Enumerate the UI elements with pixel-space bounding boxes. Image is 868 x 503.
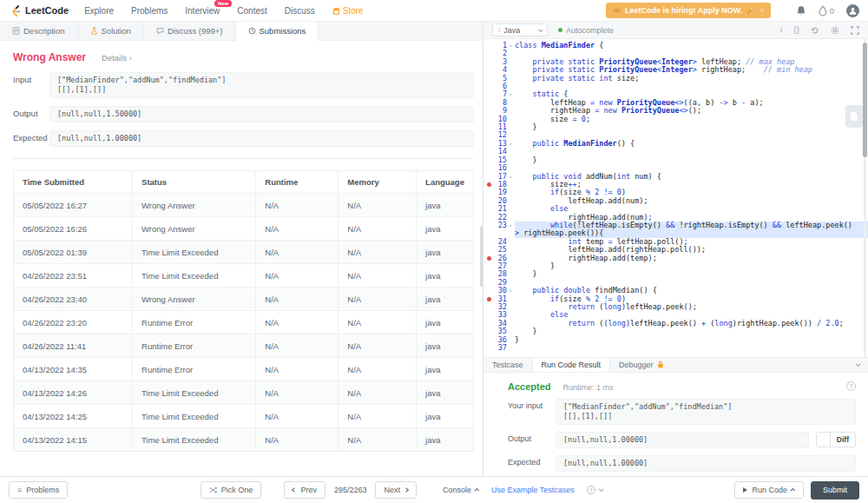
table-row[interactable]: 04/26/2022 11:41Runtime ErrorN/AN/Ajava bbox=[14, 334, 474, 358]
use-example-testcases-link[interactable]: Use Example Testcases bbox=[491, 486, 575, 494]
code-line[interactable]: 35 } bbox=[483, 328, 868, 335]
table-row[interactable]: 04/26/2022 23:40Wrong AnswerN/AN/Ajava bbox=[14, 288, 474, 311]
leetcode-logo[interactable]: LeetCode bbox=[10, 4, 69, 17]
table-row[interactable]: 04/13/2022 14:15Time Limit ExceededN/AN/… bbox=[14, 428, 474, 452]
collapse-console-icon[interactable] bbox=[856, 361, 861, 367]
streak-counter[interactable]: 0 bbox=[819, 5, 834, 17]
code-line[interactable]: 28 } bbox=[483, 270, 868, 278]
status-link[interactable]: Time Limit Exceeded bbox=[133, 381, 256, 405]
status-link[interactable]: Runtime Error bbox=[133, 334, 256, 358]
next-button[interactable]: Next bbox=[375, 481, 417, 499]
line-number[interactable]: 37 bbox=[494, 344, 507, 352]
gutter[interactable]: 4 bbox=[483, 66, 515, 74]
breakpoint-dot[interactable] bbox=[487, 256, 491, 261]
code-text[interactable]: size = 0; bbox=[515, 116, 868, 123]
floating-doc-widget[interactable] bbox=[845, 105, 863, 128]
code-line[interactable]: 10 size = 0; bbox=[483, 116, 868, 123]
nav-interview[interactable]: Interview New bbox=[185, 6, 220, 16]
code-text[interactable] bbox=[515, 83, 868, 90]
code-line[interactable]: 1▾class MedianFinder { bbox=[483, 42, 868, 50]
details-link[interactable]: Details › bbox=[102, 53, 132, 63]
hiring-banner[interactable]: LeetCode is hiring! Apply NOW. × bbox=[606, 3, 771, 18]
prev-button[interactable]: Prev bbox=[284, 481, 326, 499]
line-number[interactable]: 23 bbox=[494, 222, 507, 238]
console-toggle[interactable]: Console bbox=[443, 486, 479, 494]
code-line[interactable]: 15 } bbox=[483, 156, 868, 164]
code-line[interactable]: 13▾ public MedianFinder() { bbox=[483, 140, 868, 148]
fold-caret-icon[interactable]: ▾ bbox=[507, 173, 514, 181]
tab-debugger[interactable]: Debugger bbox=[610, 358, 673, 372]
fold-caret-icon[interactable]: ▾ bbox=[507, 287, 514, 295]
code-line[interactable]: 11 } bbox=[483, 123, 868, 131]
fullscreen-icon[interactable] bbox=[851, 26, 859, 35]
code-line[interactable]: 23▾ while(!leftHeap.isEmpty() && !rightH… bbox=[483, 222, 868, 238]
status-link[interactable]: Wrong Answer bbox=[133, 194, 256, 217]
code-line[interactable]: 27 } bbox=[483, 262, 868, 270]
nav-store[interactable]: Store bbox=[332, 6, 364, 16]
fold-caret-icon[interactable]: ▾ bbox=[507, 90, 514, 98]
gutter[interactable]: 6 bbox=[483, 83, 515, 90]
status-link[interactable]: Wrong Answer bbox=[133, 288, 256, 311]
status-link[interactable]: Runtime Error bbox=[133, 311, 256, 334]
language-select[interactable]: i Java bbox=[492, 23, 548, 36]
tab-run-code-result[interactable]: Run Code Result bbox=[533, 358, 611, 372]
code-text[interactable]: while(!leftHeap.isEmpty() && !rightHeap.… bbox=[515, 222, 868, 238]
left-scrollbar[interactable] bbox=[480, 226, 483, 287]
tab-testcase[interactable]: Testcase bbox=[483, 358, 533, 372]
nav-explore[interactable]: Explore bbox=[84, 6, 114, 16]
help-icon[interactable]: ? bbox=[846, 381, 856, 391]
nav-discuss[interactable]: Discuss bbox=[285, 6, 315, 16]
status-link[interactable]: Time Limit Exceeded bbox=[133, 405, 256, 428]
submit-button[interactable]: Submit bbox=[811, 481, 859, 500]
your-input-value[interactable]: ["MedianFinder","addNum","findMedian"] [… bbox=[556, 399, 856, 425]
code-line[interactable]: 37 bbox=[483, 344, 868, 352]
bell-icon[interactable] bbox=[796, 5, 806, 17]
status-link[interactable]: Time Limit Exceeded bbox=[133, 241, 256, 264]
code-line[interactable]: 34 return ((long)leftHeap.peek() + (long… bbox=[483, 320, 868, 328]
avatar[interactable] bbox=[846, 4, 859, 17]
gutter[interactable]: 8 bbox=[483, 99, 515, 107]
table-row[interactable]: 05/05/2022 01:39Time Limit ExceededN/AN/… bbox=[14, 241, 474, 264]
code-text[interactable]: } bbox=[515, 123, 868, 131]
code-text[interactable]: } bbox=[515, 262, 868, 270]
nav-problems[interactable]: Problems bbox=[131, 6, 168, 16]
gutter[interactable]: 2 bbox=[483, 50, 515, 57]
info-icon[interactable]: i bbox=[780, 26, 783, 34]
diff-toggle[interactable]: Diff bbox=[816, 432, 856, 447]
tab-solution[interactable]: Solution bbox=[78, 22, 144, 40]
table-row[interactable]: 04/13/2022 14:26Time Limit ExceededN/AN/… bbox=[14, 381, 474, 405]
reset-icon[interactable] bbox=[811, 26, 819, 35]
tab-discuss[interactable]: Discuss (999+) bbox=[144, 22, 236, 40]
gutter[interactable]: 3 bbox=[483, 58, 515, 66]
table-row[interactable]: 04/13/2022 14:25Time Limit ExceededN/AN/… bbox=[14, 405, 474, 428]
code-line[interactable]: 36} bbox=[483, 336, 868, 344]
tab-description[interactable]: Description bbox=[0, 22, 78, 40]
gutter[interactable]: 5 bbox=[483, 75, 515, 83]
table-row[interactable]: 04/26/2022 23:20Runtime ErrorN/AN/Ajava bbox=[14, 311, 474, 334]
banner-close-icon[interactable]: × bbox=[760, 6, 764, 15]
fold-caret-icon[interactable]: ▾ bbox=[507, 42, 514, 50]
settings-icon[interactable] bbox=[831, 26, 839, 35]
code-text[interactable] bbox=[515, 148, 868, 156]
problems-button[interactable]: ≡ Problems bbox=[9, 481, 68, 499]
status-link[interactable]: Time Limit Exceeded bbox=[133, 264, 256, 288]
gutter[interactable]: 1▾ bbox=[483, 42, 515, 50]
code-line[interactable]: 5 private static int size; bbox=[483, 75, 868, 83]
fold-caret-icon[interactable]: ▾ bbox=[507, 222, 514, 238]
autocomplete-toggle[interactable]: Autocomplete bbox=[558, 26, 614, 35]
code-text[interactable]: class MedianFinder { bbox=[515, 42, 868, 50]
code-text[interactable]: rightHeap.add(temp); bbox=[515, 255, 868, 262]
code-text[interactable] bbox=[515, 344, 868, 352]
code-text[interactable]: } bbox=[515, 156, 868, 164]
nav-contest[interactable]: Contest bbox=[237, 6, 266, 16]
table-row[interactable]: 04/13/2022 14:35Runtime ErrorN/AN/Ajava bbox=[14, 358, 474, 381]
tab-submissions[interactable]: Submissions bbox=[236, 22, 319, 41]
pick-one-button[interactable]: Pick One bbox=[201, 481, 262, 499]
code-text[interactable]: } bbox=[515, 270, 868, 278]
status-link[interactable]: Time Limit Exceeded bbox=[133, 428, 256, 452]
table-row[interactable]: 05/05/2022 16:26Wrong AnswerN/AN/Ajava bbox=[14, 217, 474, 241]
gutter[interactable]: 37 bbox=[483, 344, 515, 352]
code-line[interactable]: 14 bbox=[483, 148, 868, 156]
table-row[interactable]: 04/26/2022 23:51Time Limit ExceededN/AN/… bbox=[14, 264, 474, 288]
fold-caret-icon[interactable]: ▾ bbox=[507, 140, 514, 148]
